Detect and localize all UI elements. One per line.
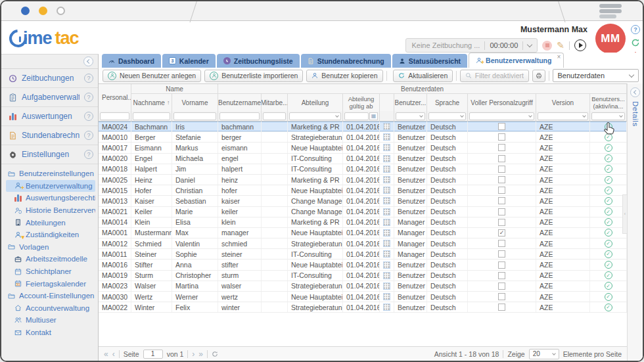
active-check-icon[interactable]: ✓	[605, 165, 612, 173]
active-check-icon[interactable]: ✓	[605, 154, 612, 162]
hamburger-menu-icon[interactable]	[599, 4, 622, 20]
page-number-input[interactable]: 1	[143, 350, 163, 359]
personalzugriff-checkbox[interactable]	[498, 144, 505, 151]
refresh-button[interactable]: Aktualisieren	[393, 70, 453, 82]
column-header-nachname[interactable]: Nachname↑	[131, 94, 172, 111]
personalzugriff-checkbox[interactable]	[498, 208, 505, 215]
chevron-down-icon[interactable]	[527, 41, 532, 47]
help-icon[interactable]: ?	[631, 25, 640, 34]
sidebar-item-stundenabrechnung[interactable]: Stundenabrechnung ?	[1, 126, 98, 145]
cell-permissions[interactable]	[380, 249, 394, 259]
cell-benutzerstatus[interactable]: ✓	[590, 249, 627, 259]
cell-benutzerstatus[interactable]: ✓	[590, 271, 627, 281]
cell-permissions[interactable]	[380, 207, 394, 217]
last-page-icon[interactable]: »	[198, 350, 203, 358]
table-row[interactable]: MA0010 Berger Stefanie berger Strategieb…	[99, 132, 627, 143]
cell-benutzerstatus[interactable]: ✓	[590, 143, 627, 152]
column-header-mitarbeiter[interactable]: Mitarbe...	[262, 94, 288, 111]
filter-status-select[interactable]	[591, 112, 625, 120]
import-user-list-button[interactable]: Benutzerliste importieren	[204, 70, 303, 82]
filter-mitarbeiter-input[interactable]	[263, 112, 286, 120]
cell-benutzerstatus[interactable]: ✓	[590, 260, 627, 269]
tree-item-multiuser[interactable]: Multiuser	[6, 314, 95, 327]
personalzugriff-checkbox[interactable]	[498, 293, 505, 300]
next-page-icon[interactable]: ›	[192, 350, 195, 358]
table-row[interactable]: MA0020 Engel Michaela engel IT-Consultin…	[99, 154, 627, 164]
active-check-icon[interactable]: ✓	[605, 229, 612, 237]
filter-date-input[interactable]	[344, 112, 369, 120]
tree-item-arbeitszeitmodelle[interactable]: Arbeitszeitmodelle	[6, 253, 95, 265]
active-check-icon[interactable]: ✓	[605, 123, 612, 131]
refresh-icon[interactable]	[631, 38, 640, 47]
table-row[interactable]: MA0030 Wertz Werner wertz Neue Hauptabte…	[99, 292, 627, 302]
cell-voller-personalzugriff[interactable]	[468, 217, 536, 227]
column-header-personalnr[interactable]: Personal...	[99, 84, 131, 111]
cell-voller-personalzugriff[interactable]	[468, 281, 536, 291]
tab-kalender[interactable]: 3 Kalender	[162, 54, 216, 68]
cell-voller-personalzugriff[interactable]	[468, 260, 536, 269]
table-row[interactable]: MA0014 Klein Elisa klein Marketing & PR …	[99, 217, 627, 228]
column-header-permissions[interactable]	[380, 94, 394, 111]
table-row[interactable]: MA0024 Bachmann Iris bachmann Marketing …	[99, 122, 627, 132]
cell-permissions[interactable]	[380, 143, 394, 152]
help-icon[interactable]: ?	[84, 150, 93, 159]
help-icon[interactable]: ?	[84, 131, 93, 140]
cell-permissions[interactable]	[380, 175, 394, 185]
personalzugriff-checkbox[interactable]	[498, 123, 505, 130]
cell-benutzerstatus[interactable]: ✓	[590, 228, 627, 238]
cell-benutzerstatus[interactable]: ✓	[590, 196, 627, 206]
table-row[interactable]: MA0017 Eismann Markus eismann Neue Haupt…	[99, 143, 627, 153]
table-row[interactable]: MA0021 Keiler Marie keiler Change Manage…	[99, 207, 627, 217]
cell-benutzerstatus[interactable]: ✓	[590, 122, 627, 131]
cell-voller-personalzugriff[interactable]	[468, 249, 536, 259]
tree-item-kontakt[interactable]: Kontakt	[6, 327, 95, 339]
filter-benutzername-input[interactable]	[219, 112, 260, 120]
window-dot-white-icon[interactable]	[57, 7, 65, 15]
table-row[interactable]: MA0022 Winter Felix winter Strategiebera…	[99, 302, 627, 313]
tab-benutzerverwaltung[interactable]: + Benutzerverwaltung ×	[469, 53, 564, 68]
window-dot-blue-icon[interactable]	[21, 7, 30, 15]
column-header-sprache[interactable]: Sprache	[427, 94, 468, 111]
sidebar-item-zeitbuchungen[interactable]: Zeitbuchungen ?	[1, 69, 98, 88]
personalzugriff-checkbox[interactable]	[498, 187, 505, 194]
filter-personalzugriff-select[interactable]	[469, 112, 534, 120]
personalzugriff-checkbox[interactable]	[498, 229, 505, 237]
calendar-picker-icon[interactable]: ▦	[369, 112, 378, 120]
active-check-icon[interactable]: ✓	[605, 271, 612, 279]
cell-voller-personalzugriff[interactable]	[468, 143, 536, 152]
personalzugriff-checkbox[interactable]	[498, 166, 505, 173]
filter-abteilung-select[interactable]	[289, 112, 341, 120]
window-dot-yellow-icon[interactable]	[39, 7, 47, 15]
help-icon[interactable]: ?	[84, 93, 93, 102]
sidebar-item-auswertungen[interactable]: Auswertungen ?	[1, 107, 98, 126]
column-header-vorname[interactable]: Vorname	[172, 94, 218, 111]
tab-statusuebersicht[interactable]: Statusübersicht	[392, 54, 467, 68]
active-check-icon[interactable]: ✓	[605, 282, 612, 290]
cell-benutzerstatus[interactable]: ✓	[590, 281, 627, 291]
avatar[interactable]: MM	[595, 24, 626, 54]
cell-voller-personalzugriff[interactable]	[468, 132, 536, 142]
cell-permissions[interactable]	[380, 154, 394, 164]
cell-permissions[interactable]	[380, 164, 394, 174]
column-header-version[interactable]: Version	[536, 94, 590, 111]
personalzugriff-checkbox[interactable]	[498, 304, 505, 311]
table-row[interactable]: MA0019 Sturm Christopher sturm IT-Consul…	[99, 271, 627, 281]
table-row[interactable]: MA0016 Stifter Anna stifter Neue Hauptab…	[99, 260, 627, 270]
active-check-icon[interactable]: ✓	[605, 197, 612, 205]
expand-details-icon[interactable]	[630, 87, 640, 97]
print-button[interactable]	[532, 70, 545, 82]
cell-voller-personalzugriff[interactable]	[468, 228, 536, 238]
cell-voller-personalzugriff[interactable]	[468, 271, 536, 281]
column-header-benutzername[interactable]: Benutzername	[218, 94, 262, 111]
personalzugriff-checkbox[interactable]	[498, 155, 505, 162]
close-tab-icon[interactable]: ×	[557, 53, 561, 60]
cell-permissions[interactable]	[380, 271, 394, 281]
tree-item-schichtplaner[interactable]: Schichtplaner	[6, 265, 95, 278]
cell-benutzerstatus[interactable]: ✓	[590, 238, 627, 248]
help-icon[interactable]: ?	[84, 112, 93, 121]
column-header-benutzerstatus[interactable]: Benutzers...(aktiv/ina...	[590, 94, 627, 111]
collapse-sidebar-icon[interactable]	[83, 57, 93, 66]
cell-permissions[interactable]	[380, 281, 394, 291]
cell-benutzerstatus[interactable]: ✓	[590, 302, 627, 312]
tree-item-feiertagskalender[interactable]: 31 Feiertagskalender	[6, 277, 95, 290]
